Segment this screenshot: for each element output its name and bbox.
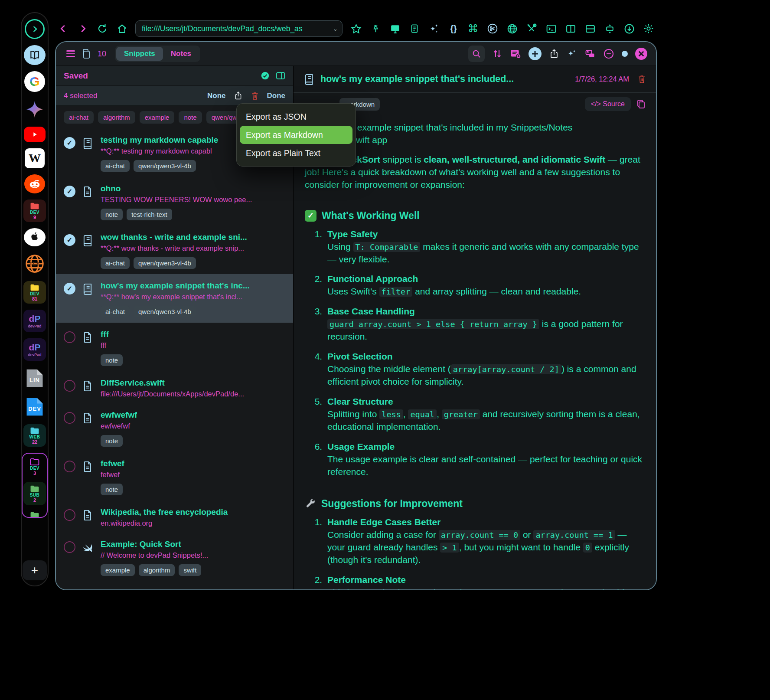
downloads-button[interactable] — [623, 23, 635, 35]
delete-snippet-button[interactable] — [637, 74, 646, 84]
snippet-row[interactable]: Example: Quick Sort// Welcome to devPad … — [56, 533, 293, 581]
reader-button[interactable] — [408, 23, 421, 35]
snip-button[interactable] — [486, 23, 499, 35]
snippet-row[interactable]: ✓how's my example snippet that's inc...*… — [56, 274, 293, 323]
snippet-row-body: fefweffefwefnote — [101, 459, 124, 495]
back-button[interactable] — [57, 23, 69, 35]
dock-item-wikipedia[interactable]: W — [25, 148, 45, 168]
share-button[interactable] — [549, 48, 559, 59]
snippet-row[interactable]: DiffService.swiftfile:///Users/jt/Docume… — [56, 371, 293, 403]
book-icon — [82, 234, 94, 247]
delete-selected-button[interactable] — [251, 91, 259, 101]
search-button[interactable] — [468, 46, 485, 62]
picture-in-picture-button[interactable] — [584, 49, 596, 59]
dock-item-folder-sub-2[interactable]: SUB 2 — [23, 482, 46, 505]
dock-item-devpad-2[interactable]: dP devPad — [23, 338, 46, 361]
source-toggle-button[interactable]: </> Source — [585, 97, 631, 111]
chevron-right-icon — [30, 25, 39, 33]
reload-button[interactable] — [96, 23, 108, 35]
add-button[interactable] — [529, 47, 542, 60]
export-selected-button[interactable] — [234, 91, 243, 101]
copy-content-button[interactable] — [636, 99, 646, 109]
filter-tag-chip[interactable]: algorithm — [98, 111, 135, 124]
dock-item-apple[interactable] — [24, 228, 46, 246]
dock-item-folder-dev-81[interactable]: DEV 81 — [23, 281, 46, 304]
terminal-button[interactable] — [545, 23, 557, 35]
sort-button[interactable] — [492, 49, 502, 59]
checkbox-unchecked[interactable] — [64, 541, 75, 553]
dock-item-folder-dev-9[interactable]: DEV 9 — [23, 200, 46, 222]
globe-button[interactable] — [506, 23, 518, 35]
checkbox-unchecked[interactable] — [64, 412, 75, 424]
checkbox-checked[interactable]: ✓ — [64, 283, 75, 294]
checkbox-checked[interactable]: ✓ — [64, 137, 75, 149]
assistant-button[interactable] — [567, 49, 577, 59]
dock-item-folder-web-22[interactable]: WEB 22 — [23, 424, 46, 447]
devtools-button[interactable] — [525, 23, 538, 35]
expand-vertical-button[interactable] — [604, 23, 616, 35]
select-all-icon[interactable] — [261, 71, 270, 80]
settings-button[interactable] — [643, 23, 655, 35]
dock-item-folder-dev-3[interactable]: DEV 3 — [23, 455, 46, 478]
filter-tag-chip[interactable]: ai-chat — [64, 111, 94, 124]
select-none-button[interactable]: None — [207, 92, 226, 100]
snippet-title: Wikipedia, the free encyclopedia — [101, 507, 228, 517]
split-vertical-button[interactable] — [564, 23, 577, 35]
display-button[interactable] — [389, 23, 401, 35]
snippet-row[interactable]: Wikipedia, the free encyclopediaen.wikip… — [56, 500, 293, 533]
sidebar-toggle-icon[interactable] — [276, 72, 285, 80]
folder-icon — [29, 427, 40, 435]
note-add-icon — [510, 48, 521, 59]
dock-item-forward-circle[interactable] — [25, 19, 45, 39]
filter-tag-chip[interactable]: note — [179, 111, 202, 124]
chevron-down-icon[interactable]: ⌄ — [333, 26, 338, 32]
forward-button[interactable] — [77, 23, 89, 35]
dock-item-gemini[interactable] — [23, 98, 46, 121]
filter-tag-chip[interactable]: example — [140, 111, 175, 124]
dock-item-folder-partial[interactable] — [23, 509, 46, 518]
pin-button[interactable] — [369, 23, 382, 35]
split-horizontal-button[interactable] — [584, 23, 596, 35]
snippet-row[interactable]: ✓wow thanks - write and example sni...**… — [56, 226, 293, 274]
home-button[interactable] — [116, 23, 128, 35]
snippet-row[interactable]: ewfwefwfewfwefwfnote — [56, 403, 293, 452]
checkbox-checked[interactable]: ✓ — [64, 186, 75, 197]
new-note-button[interactable] — [510, 48, 521, 59]
done-button[interactable]: Done — [267, 92, 286, 100]
doc-icon — [82, 185, 95, 198]
bookmark-star-button[interactable] — [350, 23, 362, 35]
snippet-row[interactable]: ffffffnote — [56, 323, 293, 371]
url-bar[interactable]: file:///Users/jt/Documents/devPad_docs/w… — [135, 20, 343, 37]
snippet-row[interactable]: ✓ohnoTESTING WOW PEENERS! WOW wowo pee..… — [56, 177, 293, 226]
checkbox-checked[interactable]: ✓ — [64, 234, 75, 246]
dock-item-books[interactable] — [24, 45, 46, 65]
dock-item-devpad-1[interactable]: dP devPad — [23, 310, 46, 332]
tab-snippets[interactable]: Snippets — [116, 47, 163, 61]
dock-item-youtube[interactable] — [24, 127, 46, 142]
dock-add-button[interactable]: + — [23, 560, 47, 580]
doc-icon — [82, 460, 94, 473]
dock-item-doc-lin[interactable]: LIN — [23, 367, 46, 389]
menu-button[interactable] — [66, 50, 75, 57]
command-button[interactable]: ⌘ — [467, 23, 479, 35]
devpad-wordmark: devPad — [28, 324, 42, 328]
dock-item-reddit[interactable] — [24, 174, 45, 193]
context-menu-item[interactable]: Export as JSON — [240, 108, 352, 126]
checkbox-unchecked[interactable] — [64, 331, 75, 343]
tab-notes[interactable]: Notes — [163, 47, 199, 61]
context-menu-item[interactable]: Export as Plain Text — [240, 144, 352, 162]
snippet-row[interactable]: fefweffefwefnote — [56, 452, 293, 500]
checkbox-unchecked[interactable] — [64, 461, 75, 472]
checkbox-unchecked[interactable] — [64, 380, 75, 392]
close-button[interactable] — [635, 48, 647, 60]
dock-item-google[interactable]: G — [24, 71, 45, 92]
braces-button[interactable]: {} — [447, 23, 460, 35]
minimize-button[interactable] — [603, 48, 614, 59]
dock-item-doc-dev[interactable]: DEV — [23, 396, 46, 418]
dev-label: DEV — [28, 406, 41, 412]
ai-sparkles-button[interactable] — [428, 23, 440, 35]
split-view: Saved 4 selected None Done ai-chatalgori… — [56, 66, 656, 589]
context-menu-item[interactable]: Export as Markdown — [240, 126, 352, 144]
checkbox-unchecked[interactable] — [64, 509, 75, 521]
dock-item-tes-globe[interactable]: TES — [23, 252, 46, 275]
